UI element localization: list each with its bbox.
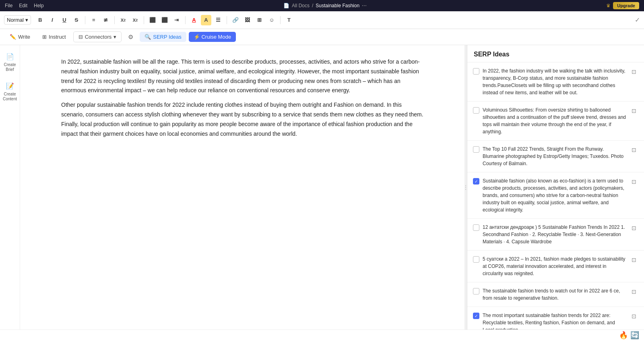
superscript-button[interactable]: X2 — [130, 15, 140, 25]
serp-item-action-icon[interactable]: ⊡ — [630, 287, 638, 296]
serp-checkbox[interactable] — [473, 107, 479, 114]
bold-button[interactable]: B — [35, 15, 45, 25]
main-layout: 📄 Create Brief 📝 Create Content In 2022,… — [0, 45, 644, 330]
serp-item[interactable]: 12 антатски дендроарк ) 5 Sustainable Fa… — [467, 219, 644, 251]
cruise-mode-button[interactable]: ⚡ Cruise Mode — [189, 32, 236, 42]
serp-item-action-icon[interactable]: ⊡ — [630, 106, 638, 115]
toolbar-separator-1 — [85, 16, 85, 24]
strikethrough-button[interactable]: S — [71, 15, 82, 25]
serp-checkbox[interactable] — [473, 288, 479, 294]
sidebar-item-create-content[interactable]: 📝 Create Content — [1, 79, 19, 104]
indent-button[interactable]: ⇥ — [171, 15, 182, 25]
serp-item-text: 5 суатски а 2022 – In 2021, fashion made… — [483, 255, 626, 277]
serp-item-text: The Top 10 Fall 2022 Trends, Straight Fr… — [483, 145, 626, 167]
editor-area[interactable]: In 2022, sustainable fashion will be all… — [20, 45, 464, 330]
serp-item-text: The sustainable fashion trends to watch … — [483, 287, 626, 302]
serp-item-action-icon[interactable]: ⊡ — [630, 255, 638, 264]
bottom-bar: 🔥 🔄 — [0, 330, 644, 340]
left-sidebar: 📄 Create Brief 📝 Create Content — [0, 45, 20, 330]
serp-item[interactable]: The sustainable fashion trends to watch … — [467, 282, 644, 307]
serp-checkbox[interactable]: ✓ — [473, 178, 479, 185]
connectors-button[interactable]: ⊟ Connectors ▾ — [73, 31, 122, 42]
serp-checkbox[interactable]: ✓ — [473, 313, 479, 319]
doc-icon: 📄 — [283, 3, 289, 8]
text-align-button[interactable]: ☰ — [213, 15, 223, 25]
serp-checkbox[interactable] — [473, 146, 479, 153]
editor-paragraph-2: Other popular sustainable fashion trends… — [61, 100, 423, 139]
serp-item[interactable]: The Top 10 Fall 2022 Trends, Straight Fr… — [467, 141, 644, 172]
subscript-button[interactable]: X2 — [118, 15, 128, 25]
serp-item[interactable]: ✓Sustainable fashion (also known as eco-… — [467, 172, 644, 219]
connectors-label: Connectors — [85, 34, 111, 40]
serp-item-action-icon[interactable]: ⊡ — [630, 145, 638, 154]
serp-item-text: In 2022, the fashion industry will be wa… — [483, 67, 626, 96]
table-button[interactable]: ⊞ — [254, 15, 265, 25]
toolbar-separator-6 — [280, 16, 281, 24]
editor-paragraph-1: In 2022, sustainable fashion will be all… — [61, 57, 423, 95]
serp-ideas-header: SERP Ideas — [467, 45, 644, 62]
breadcrumb: 📄 All Docs / Sustainable Fashion ⋯ — [283, 3, 367, 8]
serp-checkbox[interactable] — [473, 256, 479, 263]
top-nav-right: ♛ Upgrade — [606, 2, 639, 9]
serp-ideas-list: In 2022, the fashion industry will be wa… — [467, 62, 644, 330]
sidebar-item-create-brief[interactable]: 📄 Create Brief — [1, 49, 19, 75]
upgrade-button[interactable]: Upgrade — [613, 2, 639, 9]
serp-item-text: Sustainable fashion (also known as eco-f… — [483, 177, 626, 214]
style-label: Normal — [7, 17, 24, 23]
check-icon: ✓ — [635, 16, 640, 24]
serp-item-action-icon[interactable]: ⊡ — [630, 177, 638, 186]
serp-label: SERP Ideas — [153, 34, 182, 40]
serp-item[interactable]: In 2022, the fashion industry will be wa… — [467, 62, 644, 102]
image-button[interactable]: 🖼 — [242, 15, 253, 25]
serp-icon: 🔍 — [144, 34, 151, 40]
bottom-icon-1[interactable]: 🔥 — [619, 331, 628, 340]
top-navigation: File Edit Help 📄 All Docs / Sustainable … — [0, 0, 644, 11]
all-docs-link[interactable]: All Docs — [292, 3, 310, 8]
unordered-list-button[interactable]: ≢ — [101, 15, 111, 25]
instruct-label: Instruct — [49, 34, 66, 40]
italic-button[interactable]: I — [47, 15, 58, 25]
emoji-button[interactable]: ☺ — [266, 15, 277, 25]
align-center-button[interactable]: ⬛ — [159, 15, 170, 25]
breadcrumb-separator: / — [312, 3, 313, 8]
serp-item[interactable]: 5 суатски а 2022 – In 2021, fashion made… — [467, 251, 644, 282]
text-style-select[interactable]: Normal ▾ — [4, 15, 31, 25]
serp-item[interactable]: Voluminous Silhouettes: From oversize sh… — [467, 102, 644, 141]
instruct-button[interactable]: ⊞ Instruct — [37, 32, 71, 42]
cruise-label: ⚡ Cruise Mode — [194, 34, 231, 40]
formatting-toolbar: Normal ▾ B I U S ≡ ≢ X2 X2 ⬛ ⬛ ⇥ A A ☰ 🔗… — [0, 11, 644, 29]
serp-item-text: 12 антатски дендроарк ) 5 Sustainable Fa… — [483, 224, 626, 245]
write-button[interactable]: ✏️ Write — [5, 32, 35, 42]
right-panel: SERP Ideas Extract information from the … — [467, 45, 644, 330]
underline-button[interactable]: U — [59, 15, 70, 25]
write-label: Write — [18, 34, 30, 40]
action-bar: ✏️ Write ⊞ Instruct ⊟ Connectors ▾ ⚙ 🔍 S… — [0, 29, 644, 45]
serp-item-action-icon[interactable]: ⊡ — [630, 224, 638, 232]
top-nav-menu: File Edit Help — [5, 3, 44, 8]
serp-item[interactable]: ✓The most important sustainable fashion … — [467, 307, 644, 330]
serp-item-action-icon[interactable]: ⊡ — [630, 67, 638, 76]
instruct-icon: ⊞ — [42, 34, 47, 40]
share-icon[interactable]: ⋯ — [362, 3, 367, 8]
connectors-chevron-icon: ▾ — [114, 34, 116, 40]
connectors-icon: ⊟ — [78, 34, 83, 40]
crown-icon: ♛ — [606, 3, 611, 8]
settings-button[interactable]: ⚙ — [124, 31, 137, 43]
toolbar-separator-3 — [144, 16, 144, 24]
create-content-icon: 📝 — [5, 81, 15, 91]
menu-help[interactable]: Help — [34, 3, 44, 8]
menu-file[interactable]: File — [5, 3, 12, 8]
font-color-button[interactable]: A — [189, 15, 199, 25]
serp-ideas-button[interactable]: 🔍 SERP Ideas — [140, 32, 186, 42]
clear-format-button[interactable]: T — [284, 15, 294, 25]
link-button[interactable]: 🔗 — [230, 15, 241, 25]
menu-edit[interactable]: Edit — [19, 3, 27, 8]
serp-checkbox[interactable] — [473, 224, 479, 231]
serp-item-action-icon[interactable]: ⊡ — [630, 312, 638, 321]
serp-checkbox[interactable] — [473, 68, 479, 75]
align-left-button[interactable]: ⬛ — [147, 15, 158, 25]
ordered-list-button[interactable]: ≡ — [89, 15, 99, 25]
bottom-icon-2[interactable]: 🔄 — [630, 331, 639, 340]
toolbar-separator-2 — [114, 16, 115, 24]
highlight-button[interactable]: A — [201, 15, 211, 25]
